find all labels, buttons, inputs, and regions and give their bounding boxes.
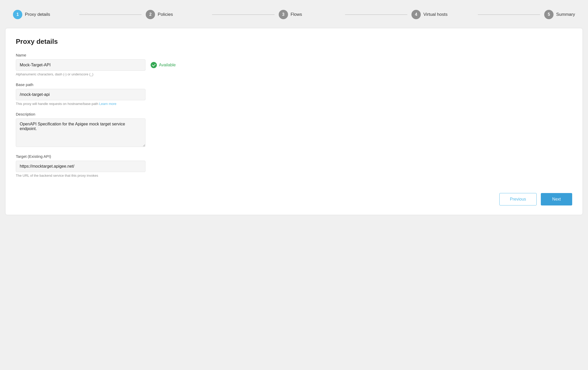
step-circle-1: 1 bbox=[13, 10, 22, 19]
basepath-hint: This proxy will handle requests on hostn… bbox=[16, 102, 572, 106]
step-label-3: Flows bbox=[291, 12, 302, 17]
step-label-4: Virtual hosts bbox=[423, 12, 447, 17]
name-input[interactable] bbox=[16, 59, 145, 71]
name-row: Available bbox=[16, 59, 572, 71]
basepath-field-group: Base path This proxy will handle request… bbox=[16, 82, 572, 106]
description-label: Description bbox=[16, 112, 572, 116]
step-2: 2 Policies bbox=[146, 10, 208, 19]
name-field-group: Name Available Alphanumeric characters, … bbox=[16, 53, 572, 76]
step-label-2: Policies bbox=[158, 12, 173, 17]
step-circle-2: 2 bbox=[146, 10, 155, 19]
step-4: 4 Virtual hosts bbox=[411, 10, 474, 19]
target-hint: The URL of the backend service that this… bbox=[16, 174, 572, 177]
description-input[interactable]: OpenAPI Specification for the Apigee moc… bbox=[16, 118, 145, 147]
name-hint: Alphanumeric characters, dash (-) or und… bbox=[16, 72, 572, 76]
step-label-5: Summary bbox=[556, 12, 575, 17]
step-line-2 bbox=[212, 15, 274, 15]
basepath-label: Base path bbox=[16, 82, 572, 87]
button-row: Previous Next bbox=[16, 193, 572, 205]
step-1: 1 Proxy details bbox=[13, 10, 75, 19]
previous-button[interactable]: Previous bbox=[499, 193, 537, 205]
step-5: 5 Summary bbox=[544, 10, 575, 19]
step-label-1: Proxy details bbox=[25, 12, 50, 17]
learn-more-link[interactable]: Learn more bbox=[99, 102, 116, 106]
available-badge: Available bbox=[151, 62, 176, 68]
target-label: Target (Existing API) bbox=[16, 154, 572, 159]
step-circle-4: 4 bbox=[411, 10, 421, 19]
step-circle-5: 5 bbox=[544, 10, 554, 19]
available-label: Available bbox=[159, 63, 176, 67]
name-label: Name bbox=[16, 53, 572, 57]
description-field-group: Description OpenAPI Specification for th… bbox=[16, 112, 572, 148]
step-line-3 bbox=[345, 15, 407, 15]
basepath-input[interactable] bbox=[16, 89, 145, 100]
target-input[interactable] bbox=[16, 161, 145, 172]
main-card: Proxy details Name Available Alphanumeri… bbox=[5, 28, 583, 215]
check-icon bbox=[151, 62, 157, 68]
stepper: 1 Proxy details 2 Policies 3 Flows 4 Vir… bbox=[5, 5, 583, 24]
next-button[interactable]: Next bbox=[541, 193, 572, 205]
target-field-group: Target (Existing API) The URL of the bac… bbox=[16, 154, 572, 177]
page-title: Proxy details bbox=[16, 38, 572, 46]
step-line-1 bbox=[79, 15, 142, 15]
step-line-4 bbox=[478, 15, 540, 15]
step-3: 3 Flows bbox=[279, 10, 341, 19]
step-circle-3: 3 bbox=[279, 10, 288, 19]
